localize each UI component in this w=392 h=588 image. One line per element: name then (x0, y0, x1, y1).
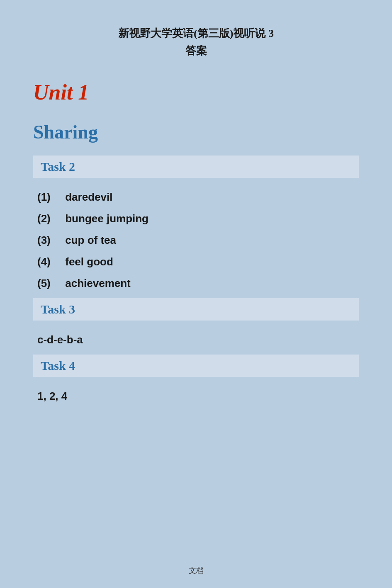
task4-header: Task 4 (33, 355, 359, 377)
page-container: 新视野大学英语(第三版)视听说 3 答案 Unit 1 Sharing Task… (0, 0, 392, 588)
list-item: (5) achievement (37, 272, 359, 294)
task3-header: Task 3 (33, 298, 359, 321)
list-item: (4) feel good (37, 251, 359, 272)
task2-label: Task 2 (41, 160, 75, 173)
answer-text: cup of tea (65, 234, 116, 246)
answer-number: (3) (37, 229, 62, 251)
header-subtitle: 答案 (33, 42, 359, 60)
list-item: (3) cup of tea (37, 229, 359, 251)
section-sharing: Sharing (33, 121, 359, 143)
footer-label: 文档 (189, 566, 204, 575)
list-item: (2) bungee jumping (37, 208, 359, 229)
answer-text: daredevil (65, 191, 112, 203)
task2-header: Task 2 (33, 156, 359, 178)
unit-title: Unit 1 (33, 80, 359, 104)
answer-number: (1) (37, 186, 62, 208)
task2-answers: (1) daredevil (2) bungee jumping (3) cup… (33, 186, 359, 294)
answer-number: (4) (37, 251, 62, 272)
answer-number: (5) (37, 272, 62, 294)
answer-text: achievement (65, 277, 131, 289)
list-item: (1) daredevil (37, 186, 359, 208)
task4-answer: 1, 2, 4 (33, 385, 359, 407)
header-title: 新视野大学英语(第三版)视听说 3 (33, 25, 359, 42)
task3-answer: c-d-e-b-a (33, 329, 359, 350)
task3-label: Task 3 (41, 302, 75, 316)
page-footer: 文档 (0, 566, 392, 576)
task4-label: Task 4 (41, 359, 75, 372)
page-header: 新视野大学英语(第三版)视听说 3 答案 (33, 25, 359, 59)
answer-text: feel good (65, 255, 113, 268)
answer-number: (2) (37, 208, 62, 229)
answer-text: bungee jumping (65, 212, 149, 225)
